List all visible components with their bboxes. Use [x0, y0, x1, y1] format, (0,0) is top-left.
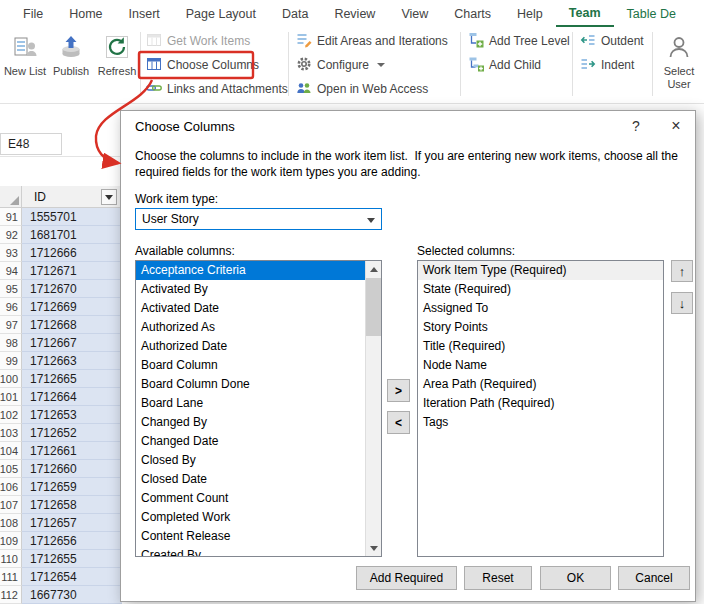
- id-cell[interactable]: 1712660: [22, 460, 122, 478]
- id-cell[interactable]: 1712671: [22, 262, 122, 280]
- add-tree-level-button[interactable]: Add Tree Level: [464, 30, 574, 52]
- list-item[interactable]: Board Column: [136, 356, 365, 375]
- move-right-button[interactable]: >: [387, 379, 410, 402]
- list-item[interactable]: Board Lane: [136, 394, 365, 413]
- select-user-button[interactable]: Select User: [656, 29, 702, 101]
- row-header[interactable]: 96: [0, 298, 22, 316]
- id-cell[interactable]: 1712658: [22, 496, 122, 514]
- list-item[interactable]: Iteration Path (Required): [418, 394, 663, 413]
- get-work-items-button[interactable]: Get Work Items: [142, 30, 292, 52]
- list-item[interactable]: Area Path (Required): [418, 375, 663, 394]
- tab-team[interactable]: Team: [556, 0, 614, 27]
- cancel-button[interactable]: Cancel: [618, 566, 690, 590]
- add-child-button[interactable]: Add Child: [464, 54, 574, 76]
- list-item[interactable]: Closed Date: [136, 470, 365, 489]
- tab-insert[interactable]: Insert: [116, 0, 173, 27]
- row-header[interactable]: 95: [0, 280, 22, 298]
- tab-home[interactable]: Home: [56, 0, 115, 27]
- move-left-button[interactable]: <: [387, 411, 410, 434]
- scrollbar-thumb[interactable]: [366, 278, 381, 336]
- filter-dropdown-button[interactable]: [101, 189, 117, 205]
- tab-view[interactable]: View: [388, 0, 441, 27]
- row-header[interactable]: 112: [0, 586, 22, 604]
- tab-table-design[interactable]: Table De: [614, 0, 689, 27]
- row-header[interactable]: 106: [0, 478, 22, 496]
- row-header[interactable]: 93: [0, 244, 22, 262]
- tab-file[interactable]: File: [10, 0, 56, 27]
- id-column-header[interactable]: ID: [22, 186, 122, 208]
- row-header[interactable]: 99: [0, 352, 22, 370]
- row-header[interactable]: 104: [0, 442, 22, 460]
- id-cell[interactable]: 1712655: [22, 550, 122, 568]
- list-item[interactable]: Board Column Done: [136, 375, 365, 394]
- edit-areas-and-iterations-button[interactable]: Edit Areas and Iterations: [292, 30, 452, 52]
- id-cell[interactable]: 1667730: [22, 586, 122, 604]
- row-header[interactable]: 108: [0, 514, 22, 532]
- id-cell[interactable]: 1712663: [22, 352, 122, 370]
- id-cell[interactable]: 1712654: [22, 568, 122, 586]
- scroll-down-button[interactable]: [366, 540, 382, 556]
- list-item[interactable]: Activated By: [136, 280, 365, 299]
- row-header[interactable]: 92: [0, 226, 22, 244]
- list-item[interactable]: Assigned To: [418, 299, 663, 318]
- row-header[interactable]: 111: [0, 568, 22, 586]
- list-item[interactable]: Changed Date: [136, 432, 365, 451]
- id-cell[interactable]: 1712659: [22, 478, 122, 496]
- move-up-button[interactable]: ↑: [671, 260, 693, 282]
- close-button[interactable]: ×: [659, 111, 693, 141]
- row-header[interactable]: 97: [0, 316, 22, 334]
- list-item[interactable]: Completed Work: [136, 508, 365, 527]
- new-list-button[interactable]: New List: [2, 29, 48, 101]
- available-columns-list[interactable]: Acceptance CriteriaActivated ByActivated…: [135, 260, 382, 557]
- select-all-corner[interactable]: [0, 186, 22, 208]
- id-cell[interactable]: 1712657: [22, 514, 122, 532]
- add-required-button[interactable]: Add Required: [356, 566, 457, 590]
- list-item[interactable]: Content Release: [136, 527, 365, 546]
- list-item[interactable]: Activated Date: [136, 299, 365, 318]
- vertical-scrollbar[interactable]: [365, 261, 381, 556]
- list-item[interactable]: Changed By: [136, 413, 365, 432]
- links-and-attachments-button[interactable]: Links and Attachments: [142, 78, 292, 100]
- id-cell[interactable]: 1712652: [22, 424, 122, 442]
- list-item[interactable]: Story Points: [418, 318, 663, 337]
- row-header[interactable]: 105: [0, 460, 22, 478]
- work-item-type-dropdown[interactable]: User Story: [135, 208, 382, 230]
- outdent-button[interactable]: Outdent: [576, 30, 648, 52]
- id-cell[interactable]: 1712669: [22, 298, 122, 316]
- list-item[interactable]: State (Required): [418, 280, 663, 299]
- name-box[interactable]: E48: [0, 133, 62, 155]
- tab-review[interactable]: Review: [321, 0, 388, 27]
- selected-columns-list[interactable]: Work Item Type (Required)State (Required…: [417, 260, 664, 557]
- id-cell[interactable]: 1555701: [22, 208, 122, 226]
- publish-button[interactable]: Publish: [48, 29, 94, 101]
- id-cell[interactable]: 1712666: [22, 244, 122, 262]
- refresh-button[interactable]: Refresh: [94, 29, 140, 101]
- id-cell[interactable]: 1712664: [22, 388, 122, 406]
- list-item[interactable]: Created By: [136, 546, 365, 556]
- choose-columns-button[interactable]: Choose Columns: [142, 54, 292, 76]
- indent-button[interactable]: Indent: [576, 54, 648, 76]
- list-item[interactable]: Closed By: [136, 451, 365, 470]
- list-item[interactable]: Node Name: [418, 356, 663, 375]
- list-item[interactable]: Authorized As: [136, 318, 365, 337]
- list-item[interactable]: Work Item Type (Required): [418, 261, 663, 280]
- id-cell[interactable]: 1712653: [22, 406, 122, 424]
- open-in-web-access-button[interactable]: Open in Web Access: [292, 78, 452, 100]
- id-cell[interactable]: 1712667: [22, 334, 122, 352]
- list-item[interactable]: Title (Required): [418, 337, 663, 356]
- id-cell[interactable]: 1712665: [22, 370, 122, 388]
- scroll-up-button[interactable]: [366, 261, 382, 277]
- row-header[interactable]: 107: [0, 496, 22, 514]
- configure-button[interactable]: Configure: [292, 54, 452, 76]
- row-header[interactable]: 91: [0, 208, 22, 226]
- tab-page-layout[interactable]: Page Layout: [173, 0, 269, 27]
- tab-help[interactable]: Help: [504, 0, 556, 27]
- list-item[interactable]: Acceptance Criteria: [136, 261, 365, 280]
- list-item[interactable]: Tags: [418, 413, 663, 432]
- help-button[interactable]: ?: [619, 111, 653, 141]
- id-cell[interactable]: 1712656: [22, 532, 122, 550]
- id-cell[interactable]: 1712661: [22, 442, 122, 460]
- row-header[interactable]: 98: [0, 334, 22, 352]
- list-item[interactable]: Comment Count: [136, 489, 365, 508]
- tab-data[interactable]: Data: [269, 0, 321, 27]
